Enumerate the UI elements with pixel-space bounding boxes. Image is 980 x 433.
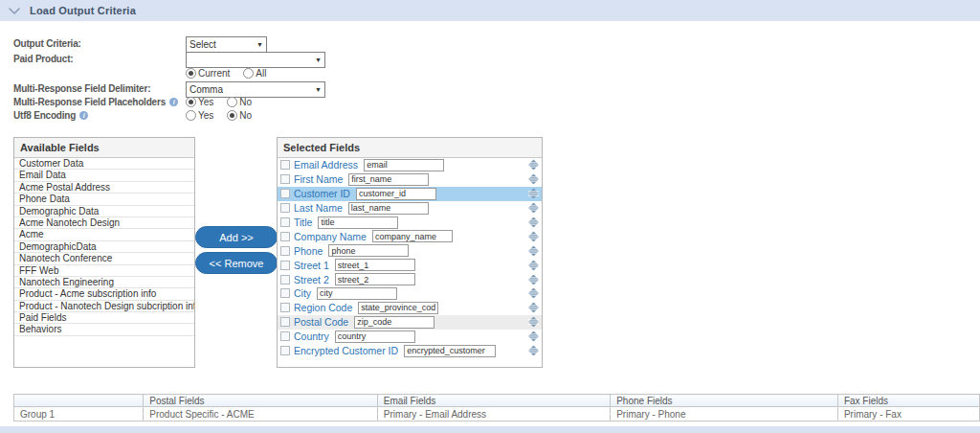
field-checkbox[interactable] (280, 303, 290, 312)
field-label[interactable]: Phone (294, 245, 323, 257)
reorder-diamond-icon[interactable] (528, 303, 539, 313)
reorder-diamond-icon[interactable] (528, 174, 539, 185)
available-field-item[interactable]: Behaviors (14, 324, 194, 335)
selected-field-row[interactable]: Company Name (278, 229, 542, 243)
accordion-header[interactable]: Load Output Criteria (0, 0, 980, 21)
field-label[interactable]: First Name (294, 173, 343, 185)
field-label[interactable]: Last Name (294, 202, 343, 214)
available-field-item[interactable]: Acme Nanotech Design (14, 217, 194, 229)
radio-current[interactable] (186, 68, 196, 79)
radio-option-current[interactable]: Current (186, 68, 230, 79)
field-label[interactable]: City (294, 287, 311, 299)
field-checkbox[interactable] (280, 160, 290, 170)
available-field-item[interactable]: Acme (14, 229, 194, 240)
field-checkbox[interactable] (280, 331, 290, 341)
available-field-item[interactable]: Email Data (14, 170, 194, 181)
selected-field-row[interactable]: Postal Code (278, 315, 542, 330)
radio-option-all[interactable]: All (243, 68, 266, 79)
selected-field-row[interactable]: Phone (278, 243, 542, 258)
remove-button[interactable]: << Remove (195, 252, 278, 274)
field-output-name-input[interactable] (335, 330, 415, 343)
field-output-name-input[interactable] (404, 345, 496, 357)
reorder-diamond-icon[interactable] (528, 260, 539, 270)
reorder-diamond-icon[interactable] (528, 288, 539, 299)
radio-all[interactable] (243, 68, 254, 79)
radio-yes[interactable] (186, 110, 196, 121)
field-output-name-input[interactable] (354, 316, 434, 329)
field-output-name-input[interactable] (318, 216, 398, 229)
field-checkbox[interactable] (280, 232, 290, 241)
selected-field-row[interactable]: Country (278, 330, 542, 344)
radio-option-no[interactable]: No (227, 110, 252, 121)
radio-yes[interactable] (186, 97, 196, 107)
field-label[interactable]: Street 2 (294, 274, 329, 285)
reorder-diamond-icon[interactable] (528, 331, 539, 342)
reorder-diamond-icon[interactable] (528, 189, 539, 199)
available-field-item[interactable]: Acme Postal Address (14, 182, 194, 194)
reorder-diamond-icon[interactable] (528, 317, 539, 328)
selected-field-row[interactable]: Street 1 (278, 258, 542, 272)
field-checkbox[interactable] (280, 317, 290, 327)
selected-field-row[interactable]: Email Address (278, 158, 542, 172)
radio-no[interactable] (227, 110, 237, 121)
field-output-name-input[interactable] (317, 287, 397, 300)
paid-product-select[interactable] (186, 52, 325, 68)
selected-field-row[interactable]: City (278, 286, 542, 301)
available-field-item[interactable]: FFF Web (14, 265, 194, 277)
field-label[interactable]: Company Name (294, 231, 367, 242)
available-field-item[interactable]: Paid Fields (14, 312, 194, 324)
field-output-name-input[interactable] (328, 244, 409, 257)
reorder-diamond-icon[interactable] (528, 231, 539, 241)
available-field-item[interactable]: Phone Data (14, 194, 194, 205)
field-label[interactable]: Email Address (294, 159, 358, 171)
field-label[interactable]: Encrypted Customer ID (294, 345, 398, 356)
field-label[interactable]: Street 1 (294, 260, 329, 271)
field-output-name-input[interactable] (372, 230, 453, 242)
field-checkbox[interactable] (280, 288, 290, 298)
selected-field-row[interactable]: Last Name (278, 201, 542, 216)
field-checkbox[interactable] (280, 189, 290, 198)
reorder-diamond-icon[interactable] (528, 217, 539, 228)
available-field-item[interactable]: Demographic Data (14, 206, 194, 217)
field-output-name-input[interactable] (356, 188, 436, 200)
selected-field-row[interactable]: Region Code (278, 301, 542, 315)
selected-field-row[interactable]: Customer ID (278, 187, 542, 201)
reorder-diamond-icon[interactable] (528, 160, 539, 171)
available-field-item[interactable]: Nanotech Engineering (14, 277, 194, 288)
info-icon[interactable]: i (169, 98, 178, 106)
field-output-name-input[interactable] (348, 173, 429, 186)
reorder-diamond-icon[interactable] (528, 346, 539, 356)
field-checkbox[interactable] (280, 275, 290, 285)
field-output-name-input[interactable] (335, 273, 415, 285)
available-field-item[interactable]: Nanotech Conference (14, 253, 194, 264)
reorder-diamond-icon[interactable] (528, 203, 539, 214)
field-output-name-input[interactable] (348, 202, 429, 215)
radio-option-yes[interactable]: Yes (186, 97, 213, 107)
selected-field-row[interactable]: Encrypted Customer ID (278, 344, 542, 358)
next-section-bar[interactable] (0, 426, 980, 433)
available-field-item[interactable]: Customer Data (14, 158, 194, 170)
field-checkbox[interactable] (280, 203, 290, 213)
available-field-item[interactable]: Product - Nanotech Design subcription in… (14, 301, 194, 312)
selected-field-row[interactable]: First Name (278, 172, 542, 187)
field-checkbox[interactable] (280, 346, 290, 355)
field-label[interactable]: Country (294, 330, 329, 342)
reorder-diamond-icon[interactable] (528, 274, 539, 285)
field-checkbox[interactable] (280, 217, 290, 227)
field-label[interactable]: Region Code (294, 302, 352, 313)
field-label[interactable]: Customer ID (294, 188, 350, 199)
field-output-name-input[interactable] (364, 159, 444, 171)
available-field-item[interactable]: DemographicData (14, 241, 194, 253)
info-icon[interactable]: i (79, 111, 88, 120)
add-button[interactable]: Add >> (195, 226, 278, 248)
available-field-item[interactable]: Product - Acme subscription info (14, 288, 194, 300)
field-label[interactable]: Postal Code (294, 316, 348, 328)
radio-option-no[interactable]: No (227, 97, 252, 107)
radio-no[interactable] (227, 97, 237, 107)
radio-option-yes[interactable]: Yes (186, 110, 213, 121)
field-output-name-input[interactable] (335, 259, 415, 271)
field-output-name-input[interactable] (358, 302, 438, 314)
selected-field-row[interactable]: Title (278, 216, 542, 230)
field-checkbox[interactable] (280, 174, 290, 184)
field-checkbox[interactable] (280, 246, 290, 256)
